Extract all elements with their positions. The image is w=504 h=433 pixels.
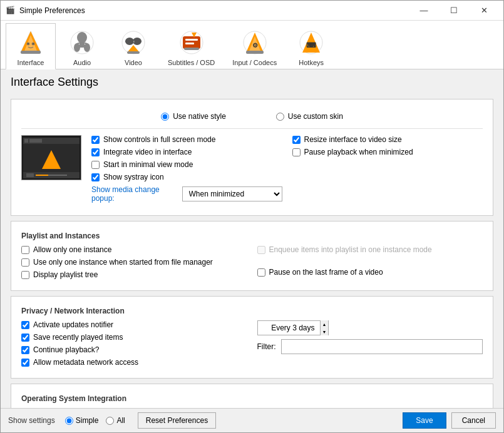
display-playlist-tree-checkbox[interactable]: [21, 271, 29, 279]
bottom-right: Save Cancel: [403, 412, 496, 429]
nav-item-audio[interactable]: Audio: [57, 23, 107, 69]
cancel-button[interactable]: Cancel: [451, 412, 496, 429]
os-integration-header: Operating System Integration: [21, 394, 483, 403]
content-area: Interface Settings Use native style Use …: [1, 69, 503, 432]
updates-spinbox[interactable]: Every 3 days ▲ ▼: [257, 320, 329, 335]
show-systray-row[interactable]: Show systray icon: [91, 173, 282, 181]
svg-rect-43: [26, 173, 34, 177]
pause-minimized-checkbox[interactable]: [292, 148, 301, 156]
pause-last-frame-label: Pause on the last frame of a video: [269, 268, 383, 277]
svg-rect-32: [246, 51, 264, 54]
bottom-left: Show settings Simple All Reset Preferenc…: [8, 412, 216, 429]
custom-skin-option[interactable]: Use custom skin: [276, 112, 343, 121]
checkboxes-left: Show controls in full screen mode Integr…: [91, 135, 282, 203]
simple-radio-option[interactable]: Simple: [65, 416, 99, 425]
svg-rect-26: [185, 43, 194, 44]
subtitles-label: Subtitles / OSD: [168, 59, 215, 66]
nav-item-subtitles[interactable]: Subtitles / OSD: [160, 23, 223, 69]
main-window: 🎬 Simple Preferences — ☐ ✕: [0, 0, 504, 433]
integrate-video-checkbox[interactable]: [91, 148, 100, 156]
pause-last-frame-checkbox[interactable]: [257, 268, 265, 277]
svg-rect-4: [21, 51, 41, 54]
filter-input[interactable]: [281, 339, 483, 354]
enqueue-items-row[interactable]: Enqueue items into playlist in one insta…: [257, 245, 483, 254]
allow-metadata-label: Allow metadata network access: [33, 358, 138, 367]
all-radio[interactable]: [106, 417, 114, 425]
nav-item-interface[interactable]: Interface: [6, 23, 56, 69]
media-popup-select[interactable]: When minimized Always Never: [182, 186, 282, 201]
start-minimal-checkbox[interactable]: [91, 161, 100, 169]
continue-playback-label: Continue playback?: [33, 345, 99, 354]
simple-radio[interactable]: [65, 417, 73, 425]
continue-playback-checkbox[interactable]: [21, 346, 29, 354]
privacy-section-header: Privacy / Network Interaction: [21, 307, 483, 315]
pause-minimized-label: Pause playback when minimized: [304, 148, 413, 156]
activate-updates-row[interactable]: Activate updates notifier: [21, 320, 247, 329]
show-controls-checkbox[interactable]: [91, 136, 100, 144]
maximize-button[interactable]: ☐: [440, 1, 468, 21]
native-style-radio[interactable]: [161, 113, 169, 121]
all-radio-option[interactable]: All: [106, 416, 125, 425]
nav-bar: Interface Audio: [1, 21, 503, 69]
close-button[interactable]: ✕: [470, 1, 498, 21]
spinbox-down[interactable]: ▼: [321, 328, 329, 335]
media-popup-label: Show media change popup:: [91, 185, 176, 203]
nav-item-hotkeys[interactable]: ⌨ Hotkeys: [286, 23, 336, 69]
nav-item-input[interactable]: ⚙ Input / Codecs: [224, 23, 285, 69]
bottom-bar: Show settings Simple All Reset Preferenc…: [1, 408, 503, 432]
show-systray-checkbox[interactable]: [91, 173, 100, 181]
svg-rect-28: [184, 48, 199, 50]
resize-interface-checkbox[interactable]: [292, 136, 301, 144]
allow-metadata-checkbox[interactable]: [21, 359, 29, 367]
custom-skin-radio[interactable]: [276, 113, 284, 121]
show-systray-label: Show systray icon: [103, 173, 164, 181]
vlc-preview: [21, 135, 81, 180]
display-playlist-tree-row[interactable]: Display playlist tree: [21, 270, 247, 279]
style-radio-row: Use native style Use custom skin: [21, 107, 483, 129]
use-one-instance-file-label: Use only one instance when started from …: [33, 258, 213, 267]
allow-metadata-row[interactable]: Allow metadata network access: [21, 358, 247, 367]
display-playlist-tree-label: Display playlist tree: [33, 270, 98, 279]
minimize-button[interactable]: —: [409, 1, 438, 21]
use-one-instance-file-row[interactable]: Use only one instance when started from …: [21, 258, 247, 267]
updates-frequency-row: Every 3 days ▲ ▼: [257, 320, 483, 335]
svg-rect-22: [127, 51, 140, 54]
svg-point-8: [33, 43, 34, 44]
pause-minimized-row[interactable]: Pause playback when minimized: [292, 148, 483, 156]
show-controls-row[interactable]: Show controls in full screen mode: [91, 135, 282, 144]
spinbox-up[interactable]: ▲: [321, 320, 329, 328]
settings-scroll[interactable]: Use native style Use custom skin: [1, 94, 503, 408]
svg-point-10: [77, 32, 87, 43]
save-recently-checkbox[interactable]: [21, 334, 29, 342]
allow-one-instance-row[interactable]: Allow only one instance: [21, 245, 247, 254]
use-one-instance-file-checkbox[interactable]: [21, 258, 29, 267]
reset-preferences-button[interactable]: Reset Preferences: [138, 412, 216, 429]
playlist-section: Playlist and Instances Allow only one in…: [11, 221, 493, 291]
allow-one-instance-checkbox[interactable]: [21, 246, 29, 254]
svg-rect-18: [133, 41, 135, 43]
start-minimal-row[interactable]: Start in minimal view mode: [91, 160, 282, 169]
pause-last-frame-row[interactable]: Pause on the last frame of a video: [257, 268, 483, 277]
nav-item-video[interactable]: Video: [108, 23, 158, 69]
window-title: Simple Preferences: [19, 6, 409, 15]
svg-point-12: [74, 43, 80, 52]
enqueue-items-label: Enqueue items into playlist in one insta…: [269, 245, 432, 254]
allow-one-instance-label: Allow only one instance: [33, 245, 111, 254]
resize-interface-row[interactable]: Resize interface to video size: [292, 135, 483, 144]
continue-playback-row[interactable]: Continue playback?: [21, 345, 247, 354]
svg-rect-45: [36, 175, 48, 176]
integrate-video-row[interactable]: Integrate video in interface: [91, 148, 282, 156]
subtitles-icon: [177, 28, 207, 58]
activate-updates-label: Activate updates notifier: [33, 320, 113, 329]
save-recently-row[interactable]: Save recently played items: [21, 333, 247, 342]
svg-point-13: [84, 43, 90, 52]
activate-updates-checkbox[interactable]: [21, 321, 29, 329]
enqueue-items-checkbox[interactable]: [257, 246, 265, 254]
native-style-option[interactable]: Use native style: [161, 112, 226, 121]
save-recently-label: Save recently played items: [33, 333, 123, 342]
simple-label: Simple: [76, 416, 99, 425]
show-controls-label: Show controls in full screen mode: [103, 135, 215, 144]
save-button[interactable]: Save: [403, 412, 446, 429]
app-icon: 🎬: [6, 6, 16, 16]
playlist-section-header: Playlist and Instances: [21, 232, 483, 240]
